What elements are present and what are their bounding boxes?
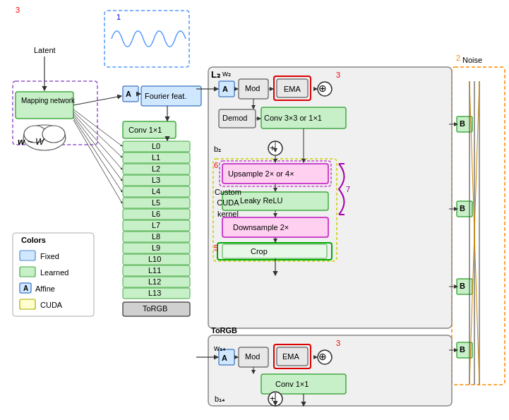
svg-rect-27: [123, 302, 190, 316]
svg-rect-25: [123, 277, 190, 287]
svg-rect-99: [20, 299, 35, 309]
svg-rect-33: [219, 109, 256, 128]
svg-rect-23: [123, 254, 190, 265]
svg-rect-50: [261, 374, 346, 394]
svg-rect-45: [219, 349, 234, 365]
svg-rect-96: [20, 251, 35, 260]
svg-rect-54: [457, 279, 472, 294]
svg-rect-40: [222, 217, 328, 237]
svg-point-49: [318, 350, 332, 364]
svg-rect-6: [16, 92, 73, 119]
svg-rect-22: [123, 243, 190, 253]
svg-rect-34: [261, 107, 346, 128]
svg-rect-52: [457, 116, 472, 132]
svg-rect-97: [20, 267, 35, 277]
svg-rect-42: [222, 244, 327, 258]
svg-rect-12: [123, 121, 176, 138]
svg-rect-53: [457, 201, 472, 217]
svg-rect-39: [222, 192, 328, 210]
svg-rect-13: [123, 141, 190, 152]
svg-rect-17: [123, 186, 190, 197]
svg-rect-37: [222, 164, 328, 184]
architecture-diagram: [0, 0, 509, 420]
svg-rect-15: [123, 164, 190, 174]
svg-rect-20: [123, 220, 190, 231]
svg-point-32: [318, 82, 332, 96]
svg-point-9: [42, 126, 65, 143]
svg-rect-48: [277, 347, 308, 366]
svg-rect-55: [457, 342, 472, 358]
svg-rect-31: [277, 79, 308, 97]
svg-rect-28: [219, 81, 234, 97]
svg-rect-19: [123, 209, 190, 220]
svg-rect-46: [239, 347, 268, 367]
svg-rect-16: [123, 175, 190, 186]
svg-rect-26: [123, 288, 190, 299]
svg-rect-5: [208, 335, 452, 406]
svg-rect-18: [123, 198, 190, 208]
diagram-container: 3 1 2 3 3 Latent w ~ W Mapping network A…: [0, 0, 509, 420]
svg-rect-10: [141, 86, 201, 106]
svg-rect-29: [239, 79, 268, 99]
svg-rect-14: [123, 152, 190, 163]
svg-rect-98: [20, 283, 31, 293]
svg-rect-21: [123, 232, 190, 242]
svg-rect-24: [123, 265, 190, 276]
svg-rect-11: [123, 86, 138, 102]
